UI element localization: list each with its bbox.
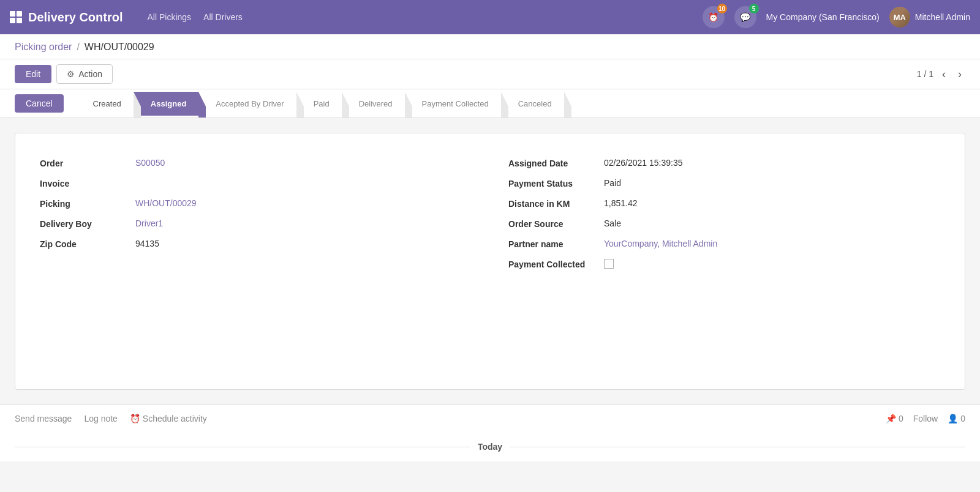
invoice-row: Invoice xyxy=(40,173,472,193)
today-line-left xyxy=(15,447,470,447)
delivery-boy-value[interactable]: Driver1 xyxy=(135,218,163,228)
follow-label: Follow xyxy=(913,414,938,423)
form-card: Order S00050 Invoice Picking WH/OUT/0002… xyxy=(15,133,965,390)
clock-notification[interactable]: ⏰ 10 xyxy=(703,6,725,28)
payment-status-label: Payment Status xyxy=(508,178,594,188)
zip-code-row: Zip Code 94135 xyxy=(40,234,472,254)
chatter-bar: Send message Log note ⏰ Schedule activit… xyxy=(0,404,980,432)
payment-collected-label: Payment Collected xyxy=(508,259,594,269)
cancel-button[interactable]: Cancel xyxy=(15,94,64,113)
partner-name-label: Partner name xyxy=(508,239,594,249)
form-right: Assigned Date 02/26/2021 15:39:35 Paymen… xyxy=(508,153,940,274)
pagination: 1 / 1 ‹ › xyxy=(917,67,965,82)
assigned-date-row: Assigned Date 02/26/2021 15:39:35 xyxy=(508,153,940,173)
action-status-bar: Cancel Created Assigned Accepted By Driv… xyxy=(0,89,980,118)
payment-status-row: Payment Status Paid xyxy=(508,173,940,193)
schedule-activity-button[interactable]: ⏰ Schedule activity xyxy=(130,411,207,426)
status-step-canceled[interactable]: Canceled xyxy=(501,92,564,116)
paperclip-icon: 📌 xyxy=(886,414,896,423)
clock-small-icon: ⏰ xyxy=(130,414,140,423)
status-delivered-label: Delivered xyxy=(359,99,393,108)
topnav: Delivery Control All Pickings All Driver… xyxy=(0,0,980,34)
delivery-boy-label: Delivery Boy xyxy=(40,218,126,229)
all-pickings-link[interactable]: All Pickings xyxy=(147,12,191,22)
form-left: Order S00050 Invoice Picking WH/OUT/0002… xyxy=(40,153,472,274)
app-title: Delivery Control xyxy=(28,10,123,24)
chat-notification[interactable]: 💬 5 xyxy=(734,6,756,28)
log-note-button[interactable]: Log note xyxy=(84,411,118,426)
status-step-delivered[interactable]: Delivered xyxy=(342,92,405,116)
user-name: Mitchell Admin xyxy=(915,12,970,22)
form-grid: Order S00050 Invoice Picking WH/OUT/0002… xyxy=(40,153,940,274)
attachments-count[interactable]: 📌 0 xyxy=(886,414,903,423)
breadcrumb: Picking order / WH/OUT/00029 xyxy=(15,42,965,59)
delivery-boy-row: Delivery Boy Driver1 xyxy=(40,214,472,234)
order-row: Order S00050 xyxy=(40,153,472,173)
distance-value: 1,851.42 xyxy=(604,198,638,208)
order-source-row: Order Source Sale xyxy=(508,214,940,234)
topnav-right: ⏰ 10 💬 5 My Company (San Francisco) MA M… xyxy=(703,6,970,28)
all-drivers-link[interactable]: All Drivers xyxy=(203,12,243,22)
avatar: MA xyxy=(889,7,910,28)
app-logo[interactable]: Delivery Control xyxy=(10,10,123,24)
topnav-links: All Pickings All Drivers xyxy=(147,12,242,22)
followers-number: 0 xyxy=(960,414,965,423)
prev-page-button[interactable]: ‹ xyxy=(938,67,949,82)
invoice-label: Invoice xyxy=(40,178,126,188)
gear-icon: ⚙ xyxy=(67,69,75,79)
followers-count[interactable]: 👤 0 xyxy=(948,414,965,423)
partner-name-row: Partner name YourCompany, Mitchell Admin xyxy=(508,234,940,254)
payment-status-value: Paid xyxy=(604,178,621,188)
action-label: Action xyxy=(78,69,102,79)
order-source-label: Order Source xyxy=(508,218,594,229)
picking-value[interactable]: WH/OUT/00029 xyxy=(135,198,197,208)
schedule-activity-label: Schedule activity xyxy=(143,414,207,423)
partner-name-value[interactable]: YourCompany, Mitchell Admin xyxy=(604,239,717,248)
pagination-text: 1 / 1 xyxy=(917,69,933,79)
order-label: Order xyxy=(40,158,126,168)
status-assigned-label: Assigned xyxy=(151,99,187,108)
payment-collected-row: Payment Collected xyxy=(508,254,940,274)
status-created-label: Created xyxy=(93,99,121,108)
next-page-button[interactable]: › xyxy=(954,67,965,82)
status-payment-collected-label: Payment Collected xyxy=(422,99,489,108)
breadcrumb-current: WH/OUT/00029 xyxy=(85,42,154,53)
status-step-assigned[interactable]: Assigned xyxy=(134,92,199,116)
status-bar: Created Assigned Accepted By Driver Paid… xyxy=(78,89,980,117)
clock-icon: ⏰ xyxy=(708,12,718,22)
breadcrumb-separator: / xyxy=(77,42,79,53)
page-header: Picking order / WH/OUT/00029 xyxy=(0,34,980,59)
grid-icon xyxy=(10,11,22,23)
cancel-section: Cancel xyxy=(0,89,78,117)
follow-button[interactable]: Follow xyxy=(913,414,938,423)
assigned-date-label: Assigned Date xyxy=(508,158,594,168)
send-message-button[interactable]: Send message xyxy=(15,411,72,426)
status-step-accepted[interactable]: Accepted By Driver xyxy=(198,92,296,116)
content-area: Order S00050 Invoice Picking WH/OUT/0002… xyxy=(0,118,980,404)
today-divider: Today xyxy=(0,432,980,461)
action-button[interactable]: ⚙ Action xyxy=(56,64,113,84)
picking-row: Picking WH/OUT/00029 xyxy=(40,193,472,214)
clock-badge: 10 xyxy=(717,4,727,13)
payment-collected-checkbox[interactable] xyxy=(604,259,614,269)
chatter-right: 📌 0 Follow 👤 0 xyxy=(886,414,965,423)
followers-icon: 👤 xyxy=(948,414,958,423)
user-menu[interactable]: MA Mitchell Admin xyxy=(889,7,970,28)
today-line-right xyxy=(510,447,965,447)
edit-button[interactable]: Edit xyxy=(15,65,51,83)
status-canceled-label: Canceled xyxy=(518,99,552,108)
zip-code-label: Zip Code xyxy=(40,239,126,249)
breadcrumb-parent[interactable]: Picking order xyxy=(15,42,72,53)
status-step-payment-collected[interactable]: Payment Collected xyxy=(405,92,501,116)
order-value[interactable]: S00050 xyxy=(135,158,165,168)
picking-label: Picking xyxy=(40,198,126,209)
status-paid-label: Paid xyxy=(314,99,330,108)
company-name: My Company (San Francisco) xyxy=(766,12,880,22)
distance-label: Distance in KM xyxy=(508,198,594,209)
chat-icon: 💬 xyxy=(740,12,750,22)
status-step-created[interactable]: Created xyxy=(78,92,134,116)
order-source-value: Sale xyxy=(604,218,621,228)
toolbar: Edit ⚙ Action 1 / 1 ‹ › xyxy=(0,59,980,89)
zip-code-value: 94135 xyxy=(135,239,159,248)
assigned-date-value: 02/26/2021 15:39:35 xyxy=(604,158,682,168)
